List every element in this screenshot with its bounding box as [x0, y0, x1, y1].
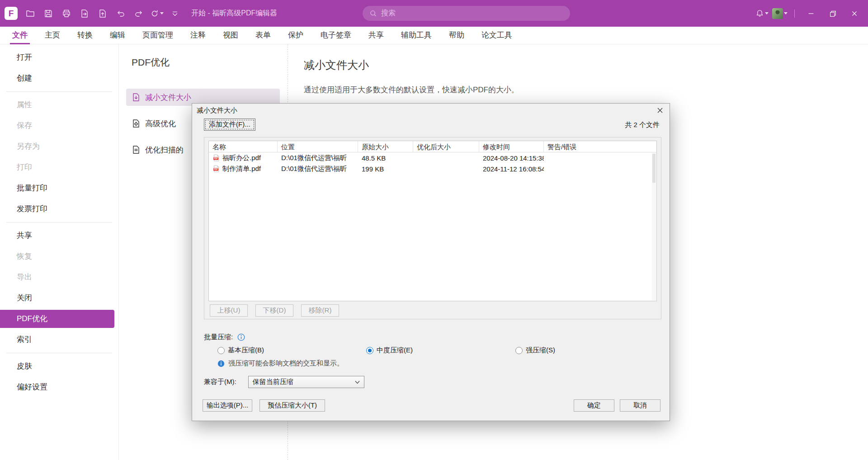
scrollbar-thumb[interactable] — [652, 154, 656, 183]
sidebar-item-create[interactable]: 创建 — [0, 68, 118, 89]
radio-basic-compression[interactable]: 基本压缩(B) — [217, 346, 264, 355]
menu-tab-paper-tools[interactable]: 论文工具 — [473, 27, 521, 44]
menu-tab-form[interactable]: 表单 — [247, 27, 279, 44]
undo-icon[interactable] — [112, 5, 130, 23]
advanced-optimization-icon — [132, 119, 141, 128]
move-up-button[interactable]: 上移(U) — [210, 304, 248, 317]
radio-icon — [515, 347, 523, 354]
column-header-modified-time[interactable]: 修改时间 — [479, 141, 544, 152]
sidebar-item-preferences[interactable]: 偏好设置 — [0, 377, 118, 398]
sidebar-item-close[interactable]: 关闭 — [0, 288, 118, 308]
menu-tab-esign[interactable]: 电子签章 — [312, 27, 360, 44]
sidebar-item-invoice-print[interactable]: 发票打印 — [0, 199, 118, 219]
account-avatar[interactable] — [771, 5, 789, 23]
reduce-file-size-icon — [132, 93, 141, 102]
sidebar-divider — [6, 353, 112, 353]
table-row[interactable]: PDF 制作清单.pdf D:\01微信代运营\福昕 199 KB 2024-1… — [209, 163, 656, 174]
share-doc-icon[interactable] — [94, 5, 112, 23]
app-logo-icon: F — [5, 7, 18, 20]
file-count-label: 共 2 个文件 — [625, 121, 660, 129]
sync-icon[interactable] — [148, 5, 166, 23]
print-icon[interactable] — [57, 5, 75, 23]
notifications-bell-icon[interactable] — [753, 5, 771, 23]
column-header-original-size[interactable]: 原始大小 — [358, 141, 413, 152]
export-icon[interactable] — [75, 5, 94, 23]
sidebar-item-share[interactable]: 共享 — [0, 225, 118, 246]
menu-tab-home[interactable]: 主页 — [36, 27, 69, 44]
open-folder-icon[interactable] — [21, 5, 39, 23]
sidebar-item-save-as[interactable]: 另存为 — [0, 136, 118, 157]
redo-icon[interactable] — [130, 5, 148, 23]
compatibility-label: 兼容于(M): — [204, 378, 236, 386]
titlebar: F — [0, 0, 868, 27]
panel-title: PDF优化 — [132, 56, 279, 69]
menu-tab-comment[interactable]: 注释 — [182, 27, 214, 44]
close-button[interactable] — [844, 0, 865, 27]
menu-tab-edit[interactable]: 编辑 — [101, 27, 134, 44]
compression-note: 强压缩可能会影响文档的交互和显示。 — [228, 359, 344, 368]
sync-caret-icon — [160, 12, 164, 14]
sidebar-item-revert[interactable]: 恢复 — [0, 246, 118, 267]
cell-name: 制作清单.pdf — [222, 165, 261, 173]
column-header-name[interactable]: 名称 — [209, 141, 278, 152]
dialog-titlebar[interactable]: 减小文件大小 — [192, 104, 670, 117]
sidebar-divider — [6, 91, 112, 92]
radio-medium-compression[interactable]: 中度压缩(E) — [366, 346, 413, 355]
menu-tab-protect[interactable]: 保护 — [279, 27, 312, 44]
titlebar-divider — [794, 9, 795, 18]
cell-location: D:\01微信代运营\福昕 — [278, 165, 358, 173]
chevron-down-icon — [355, 380, 360, 384]
menu-tab-page-manage[interactable]: 页面管理 — [134, 27, 182, 44]
ok-button[interactable]: 确定 — [574, 399, 614, 412]
sidebar-item-properties[interactable]: 属性 — [0, 95, 118, 115]
account-caret-icon — [784, 12, 788, 14]
menu-tab-convert[interactable]: 转换 — [69, 27, 101, 44]
sidebar-item-print[interactable]: 打印 — [0, 157, 118, 178]
reduce-file-size-dialog: 减小文件大小 添加文件(F)... 共 2 个文件 名称 位置 原始大小 优化后… — [192, 103, 670, 421]
radio-label: 强压缩(S) — [526, 346, 555, 355]
sidebar-item-index[interactable]: 索引 — [0, 329, 118, 350]
menu-tab-share[interactable]: 共享 — [360, 27, 392, 44]
output-options-button[interactable]: 输出选项(P)... — [203, 399, 252, 412]
cell-location: D:\01微信代运营\福昕 — [278, 154, 358, 162]
move-down-button[interactable]: 下移(D) — [255, 304, 293, 317]
table-row[interactable]: PDF 福昕办公.pdf D:\01微信代运营\福昕 48.5 KB 2024-… — [209, 152, 656, 163]
menu-tab-accessibility[interactable]: 辅助工具 — [392, 27, 440, 44]
add-files-button[interactable]: 添加文件(F)... — [204, 119, 255, 131]
file-list-groupbox: 名称 位置 原始大小 优化后大小 修改时间 警告/错误 PDF 福昕办公.pdf… — [204, 137, 661, 319]
menu-tab-help[interactable]: 帮助 — [440, 27, 473, 44]
radio-strong-compression[interactable]: 强压缩(S) — [515, 346, 555, 355]
sidebar-item-batch-print[interactable]: 批量打印 — [0, 178, 118, 199]
radio-icon — [217, 347, 225, 354]
sidebar-item-skin[interactable]: 皮肤 — [0, 356, 118, 377]
column-header-warnings[interactable]: 警告/错误 — [544, 141, 656, 152]
close-icon — [657, 108, 663, 113]
sidebar-item-save[interactable]: 保存 — [0, 115, 118, 136]
menu-tab-view[interactable]: 视图 — [214, 27, 247, 44]
save-icon[interactable] — [39, 5, 57, 23]
restore-button[interactable] — [822, 0, 844, 27]
column-header-optimized-size[interactable]: 优化后大小 — [413, 141, 479, 152]
cancel-button[interactable]: 取消 — [620, 399, 660, 412]
menu-tab-file[interactable]: 文件 — [4, 27, 36, 44]
minimize-button[interactable] — [800, 0, 822, 27]
info-icon[interactable] — [237, 333, 245, 341]
dialog-close-button[interactable] — [653, 105, 667, 115]
estimate-size-button[interactable]: 预估压缩大小(T) — [259, 399, 325, 412]
sidebar-item-export[interactable]: 导出 — [0, 267, 118, 288]
radio-icon — [366, 347, 373, 354]
compression-radio-group: 基本压缩(B) 中度压缩(E) 强压缩(S) — [192, 346, 670, 356]
cell-name: 福昕办公.pdf — [222, 154, 261, 162]
sidebar-item-pdf-optimize[interactable]: PDF优化 — [0, 310, 114, 328]
remove-button[interactable]: 移除(R) — [301, 304, 339, 317]
info-filled-icon — [217, 360, 225, 367]
search-input[interactable]: 搜索 — [363, 6, 570, 21]
dialog-title: 减小文件大小 — [192, 106, 237, 114]
sidebar-divider — [6, 222, 112, 223]
dropdown-value: 保留当前压缩 — [253, 378, 293, 386]
compatibility-dropdown[interactable]: 保留当前压缩 — [248, 376, 364, 388]
sidebar-item-open[interactable]: 打开 — [0, 47, 118, 68]
table-scrollbar[interactable] — [652, 153, 656, 300]
column-header-location[interactable]: 位置 — [278, 141, 358, 152]
toolbar-collapse-icon[interactable] — [166, 5, 184, 23]
